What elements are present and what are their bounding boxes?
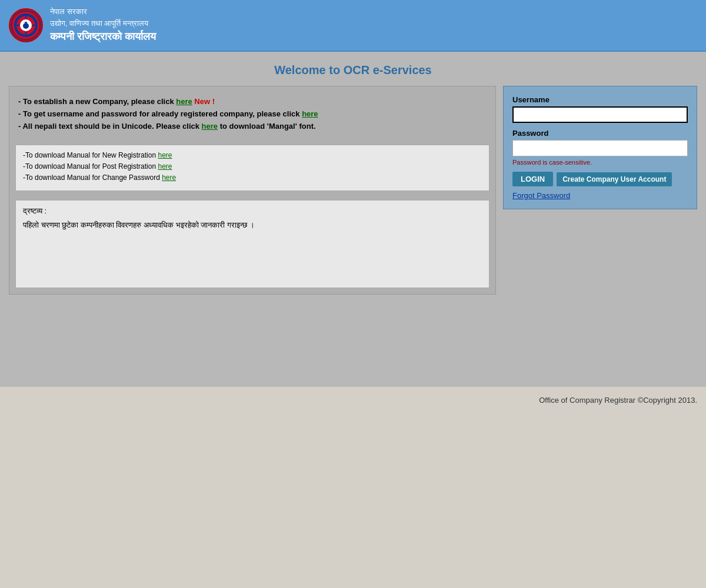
manual-new-reg-link[interactable]: here <box>158 151 172 159</box>
password-label: Password <box>512 129 688 138</box>
welcome-title: Welcome to OCR e-Services <box>9 64 697 77</box>
header-line2: उद्योग, वाणिज्य तथा आपूर्ति मन्त्रालय <box>50 18 156 29</box>
copyright-text: Office of Company Registrar ©Copyright 2… <box>539 396 697 405</box>
login-panel: Username Password Password is case-sensi… <box>503 86 697 209</box>
manual-line3: -To download Manual for Change Password … <box>23 173 482 182</box>
password-input[interactable] <box>512 140 688 156</box>
left-panel: - To establish a new Company, please cli… <box>9 86 496 295</box>
header-line1: नेपाल सरकार <box>50 6 156 18</box>
header-text-block: नेपाल सरकार उद्योग, वाणिज्य तथा आपूर्ति … <box>50 6 156 45</box>
manual-box: -To download Manual for New Registration… <box>15 145 489 191</box>
establish-here-link[interactable]: here <box>176 97 192 106</box>
create-company-user-account-button[interactable]: Create Company User Account <box>557 172 672 186</box>
login-button-row: LOGIN Create Company User Account <box>512 172 688 186</box>
manual-line2: -To download Manual for Post Registratio… <box>23 162 482 171</box>
header-line3: कम्पनी रजिष्ट्रारको कार्यालय <box>50 29 156 45</box>
new-label: New ! <box>192 97 215 106</box>
notice-content: पहिलो चरणमा छुटेका कम्पनीहरुका विवरणहरु … <box>23 220 482 230</box>
footer: Office of Company Registrar ©Copyright 2… <box>0 387 706 413</box>
username-label: Username <box>512 95 688 104</box>
main-content: Welcome to OCR e-Services - To establish… <box>0 52 706 387</box>
logo <box>9 8 43 42</box>
case-sensitive-text: Password is case-sensitive. <box>512 159 688 166</box>
content-layout: - To establish a new Company, please cli… <box>9 86 697 295</box>
notice-box: द्रष्टव्य : पहिलो चरणमा छुटेका कम्पनीहरु… <box>15 200 489 288</box>
svg-point-4 <box>23 23 29 29</box>
manual-post-reg-link[interactable]: here <box>158 162 172 171</box>
info-box: - To establish a new Company, please cli… <box>15 92 489 139</box>
login-button[interactable]: LOGIN <box>512 172 553 186</box>
info-line1: - To establish a new Company, please cli… <box>18 97 487 106</box>
info-line3: - All nepali text should be in Unicode. … <box>18 122 487 131</box>
notice-title: द्रष्टव्य : <box>23 206 482 216</box>
page-header: नेपाल सरकार उद्योग, वाणिज्य तथा आपूर्ति … <box>0 0 706 52</box>
forgot-password-link[interactable]: Forgot Password <box>512 191 570 200</box>
unicode-here-link[interactable]: here <box>202 122 218 131</box>
username-input[interactable] <box>512 106 688 123</box>
registered-here-link[interactable]: here <box>302 109 318 118</box>
info-line2: - To get username and password for alrea… <box>18 109 487 118</box>
manual-change-pwd-link[interactable]: here <box>162 173 176 182</box>
manual-line1: -To download Manual for New Registration… <box>23 151 482 159</box>
